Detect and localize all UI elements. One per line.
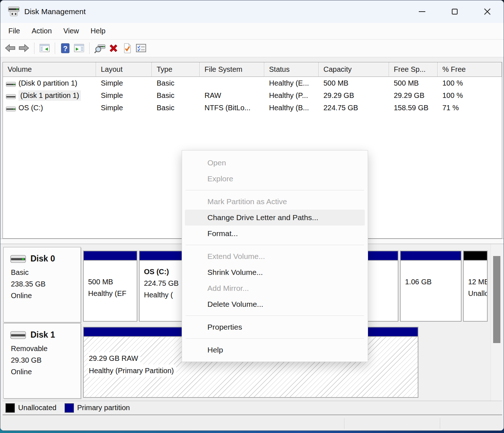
disk0-info-panel[interactable]: Disk 0 Basic 238.35 GB Online (3, 247, 81, 322)
primary-partition-color-chip (65, 403, 74, 413)
disk-type: Removable (11, 343, 80, 354)
column-header-layout[interactable]: Layout (96, 62, 152, 77)
disk-size: 238.35 GB (11, 278, 80, 290)
volume-list-header: Volume Layout Type File System Status Ca… (3, 62, 502, 77)
app-disk-drive-icon (8, 6, 20, 17)
menu-item-delete-volume[interactable]: Delete Volume... (182, 296, 368, 312)
legend-label-primary-partition: Primary partition (77, 404, 130, 412)
table-row-selected[interactable]: (Disk 1 partition 1) Simple Basic RAW He… (3, 89, 502, 102)
disk-drive-icon (10, 255, 26, 263)
disk-name: Disk 0 (30, 254, 55, 264)
menu-action[interactable]: Action (26, 27, 58, 35)
disk1-info-panel[interactable]: Disk 1 Removable 29.30 GB Online (3, 323, 81, 399)
pct-free-value: 100 % (438, 79, 502, 87)
legend-label-unallocated: Unallocated (18, 404, 57, 412)
column-header-pct-free[interactable]: % Free (438, 62, 502, 77)
status-bar (0, 416, 504, 430)
capacity-value: 29.29 GB (319, 91, 389, 100)
partition-size: 1.06 GB (405, 276, 461, 288)
show-action-pane-icon[interactable] (72, 41, 86, 55)
status-value: Healthy (P... (264, 91, 319, 100)
layout-value: Simple (96, 79, 152, 87)
show-console-tree-icon[interactable] (38, 41, 51, 55)
file-system-value: RAW (200, 91, 264, 100)
menu-item-format[interactable]: Format... (182, 226, 368, 242)
partition-size: 12 MB (468, 276, 487, 288)
toolbar-separator (34, 42, 34, 54)
unallocated-color-chip (5, 403, 15, 413)
rescan-disks-icon[interactable] (93, 41, 107, 55)
capacity-value: 500 MB (319, 79, 389, 87)
check-volume-icon[interactable] (120, 41, 134, 55)
partition-status: Unallocated (468, 288, 487, 299)
menu-separator (186, 245, 364, 245)
table-row[interactable]: (Disk 0 partition 1) Simple Basic Health… (3, 77, 502, 89)
column-header-volume[interactable]: Volume (3, 62, 96, 77)
window-title: Disk Management (24, 7, 86, 16)
disk-state: Online (11, 366, 80, 378)
partition-recovery[interactable]: 1.06 GB (400, 251, 462, 322)
menu-item-properties[interactable]: Properties (182, 319, 368, 335)
partition-color-bar (84, 251, 137, 261)
back-icon[interactable] (3, 41, 17, 55)
partition-size: 500 MB (88, 276, 137, 288)
forward-icon[interactable] (17, 41, 31, 55)
disk-size: 29.30 GB (11, 354, 80, 366)
column-header-file-system[interactable]: File System (200, 62, 264, 77)
type-value: Basic (152, 79, 200, 87)
partition-unallocated[interactable]: 12 MB Unallocated (463, 251, 488, 322)
view-options-icon[interactable] (134, 41, 148, 55)
type-value: Basic (152, 104, 200, 112)
drive-icon (6, 105, 16, 111)
type-value: Basic (152, 91, 200, 100)
partition-context-menu: Open Explore Mark Partition as Active Ch… (182, 150, 368, 362)
layout-value: Simple (96, 91, 152, 100)
maximize-button[interactable] (438, 0, 471, 23)
partition-efi[interactable]: 500 MB Healthy (EF (83, 251, 137, 322)
table-row[interactable]: OS (C:) Simple Basic NTFS (BitLo... Heal… (3, 102, 502, 114)
pct-free-value: 71 % (438, 104, 502, 112)
close-button[interactable] (471, 0, 504, 23)
partition-color-bar (401, 251, 461, 261)
disk-type: Basic (11, 267, 80, 278)
column-header-free-space[interactable]: Free Sp... (389, 62, 438, 77)
scrollbar-thumb[interactable] (493, 256, 500, 343)
column-header-status[interactable]: Status (264, 62, 319, 77)
status-bar-divider (344, 418, 344, 429)
menu-item-explore: Explore (182, 171, 368, 187)
status-value: Healthy (B... (264, 104, 319, 112)
toolbar: ? (0, 40, 504, 57)
toolbar-separator (89, 42, 90, 54)
disk-state: Online (11, 290, 80, 301)
disk-drive-icon (10, 331, 26, 339)
menu-item-help[interactable]: Help (182, 342, 368, 358)
menu-bar: File Action View Help (0, 23, 504, 40)
free-space-value: 500 MB (389, 79, 438, 87)
file-system-value: NTFS (BitLo... (200, 104, 264, 112)
toolbar-separator (55, 42, 55, 54)
delete-volume-icon[interactable] (107, 41, 120, 55)
volume-name: (Disk 1 partition 1) (18, 90, 81, 101)
capacity-value: 224.75 GB (319, 104, 389, 112)
menu-view[interactable]: View (58, 27, 85, 35)
vertical-scrollbar[interactable] (491, 244, 502, 401)
minimize-button[interactable] (406, 0, 438, 23)
menu-help[interactable]: Help (85, 27, 111, 35)
menu-separator (186, 338, 364, 339)
menu-item-change-drive-letter[interactable]: Change Drive Letter and Paths... (185, 210, 365, 226)
free-space-value: 29.29 GB (389, 91, 438, 100)
column-header-capacity[interactable]: Capacity (319, 62, 389, 77)
partition-status: Healthy (Primary Partition) (88, 364, 176, 377)
column-header-type[interactable]: Type (152, 62, 200, 77)
help-icon[interactable]: ? (58, 41, 72, 55)
volume-name: (Disk 0 partition 1) (18, 79, 77, 87)
volume-name: OS (C:) (18, 104, 43, 112)
menu-item-open: Open (182, 155, 368, 171)
menu-item-shrink-volume[interactable]: Shrink Volume... (182, 264, 368, 280)
partition-size: 29.29 GB RAW (88, 352, 140, 364)
pct-free-value: 100 % (438, 91, 502, 100)
menu-separator (186, 316, 364, 316)
drive-icon (6, 81, 16, 86)
svg-text:?: ? (63, 45, 67, 53)
menu-file[interactable]: File (3, 27, 26, 35)
